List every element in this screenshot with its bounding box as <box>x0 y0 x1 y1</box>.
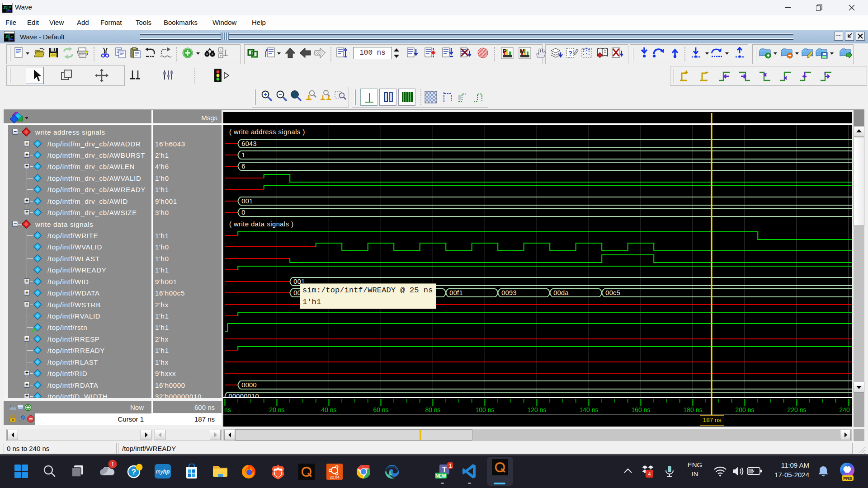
svg-text:200 ns: 200 ns <box>735 406 754 413</box>
svg-text:4: 4 <box>648 471 651 477</box>
svg-text:1: 1 <box>111 461 114 468</box>
svg-text:0 ns: 0 ns <box>223 406 231 413</box>
svg-text:60 ns: 60 ns <box>373 406 388 413</box>
svg-text:240 ns: 240 ns <box>839 406 852 413</box>
svg-text:180 ns: 180 ns <box>683 406 702 413</box>
svg-text:80 ns: 80 ns <box>425 406 440 413</box>
svg-text:120 ns: 120 ns <box>527 406 546 413</box>
svg-text:20 ns: 20 ns <box>269 406 284 413</box>
svg-text:140 ns: 140 ns <box>579 406 598 413</box>
svg-text:220 ns: 220 ns <box>787 406 806 413</box>
svg-text:0: 0 <box>241 209 245 216</box>
svg-text:6: 6 <box>241 163 245 170</box>
svg-text:M: M <box>520 48 525 55</box>
svg-text:00da: 00da <box>553 289 569 296</box>
svg-text:0000: 0000 <box>241 381 257 389</box>
svg-text:?: ? <box>132 468 136 476</box>
svg-text:22.04: 22.04 <box>330 475 340 479</box>
svg-text:P: P <box>503 48 507 55</box>
svg-text:( write address signals ): ( write address signals ) <box>229 128 305 136</box>
svg-text:6043: 6043 <box>241 140 257 147</box>
svg-text:001: 001 <box>241 197 253 205</box>
svg-text:?: ? <box>568 49 572 57</box>
svg-text:100 ns: 100 ns <box>475 406 494 413</box>
svg-text:1: 1 <box>241 151 245 159</box>
svg-text:1: 1 <box>448 463 452 469</box>
svg-text:0093: 0093 <box>501 289 517 296</box>
svg-text:PRE: PRE <box>843 476 853 481</box>
svg-text:NEW: NEW <box>435 474 446 479</box>
svg-text:( write data signals ): ( write data signals ) <box>229 221 294 228</box>
svg-text:160 ns: 160 ns <box>631 406 650 413</box>
svg-text:00f1: 00f1 <box>449 289 463 296</box>
svg-text:T: T <box>442 466 447 474</box>
svg-text:myhp: myhp <box>156 469 170 475</box>
svg-text:40 ns: 40 ns <box>321 406 336 413</box>
svg-text:00c5: 00c5 <box>605 289 620 296</box>
